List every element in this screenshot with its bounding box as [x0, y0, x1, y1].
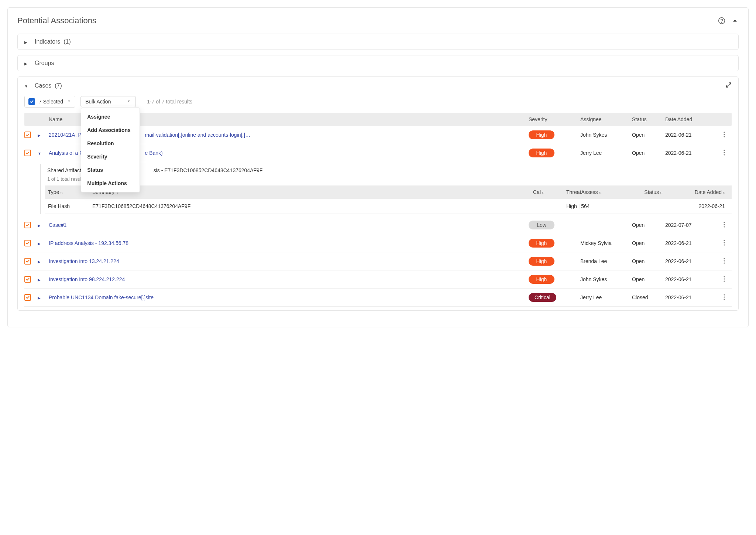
row-expand-caret[interactable]	[38, 132, 41, 138]
row-more-icon[interactable]	[724, 240, 725, 247]
bulk-menu-add-associations[interactable]: Add Associations	[81, 123, 140, 137]
row-expand-caret[interactable]	[38, 240, 41, 246]
shared-artifacts-subtext: 1 of 1 total result	[45, 174, 732, 185]
row-checkbox[interactable]	[24, 132, 31, 138]
nested-header-summary[interactable]: Summary↑↓	[92, 189, 533, 195]
svg-point-11	[724, 240, 725, 241]
severity-pill: High	[529, 149, 554, 157]
case-name-link[interactable]: e Bank)	[145, 150, 163, 156]
collapse-panel-icon[interactable]	[731, 17, 739, 24]
shared-artifacts-header: Type↑↓Summary↑↓Cal↑↓ThreatAssess↑↓Status…	[45, 185, 732, 199]
bulk-menu-resolution[interactable]: Resolution	[81, 137, 140, 150]
severity-pill: High	[529, 130, 554, 139]
case-name-link[interactable]: Investigation into 13.24.21.224	[49, 258, 119, 264]
bulk-menu-assignee[interactable]: Assignee	[81, 110, 140, 123]
chevron-down-icon	[127, 99, 131, 105]
indicators-label-text: Indicators	[35, 38, 60, 45]
row-expand-caret[interactable]	[38, 150, 41, 156]
row-more-icon[interactable]	[724, 294, 725, 301]
svg-point-13	[724, 244, 725, 245]
row-checkbox[interactable]	[24, 240, 31, 246]
cases-header[interactable]: Cases (7)	[24, 82, 62, 89]
row-more-icon[interactable]	[724, 150, 725, 157]
assignee-cell: Brenda Lee	[580, 258, 632, 264]
cases-header-row: Cases (7)	[24, 82, 732, 89]
date-cell: 2022-07-07	[665, 222, 717, 228]
svg-point-19	[724, 280, 725, 282]
indicators-section: Indicators (1)	[17, 34, 739, 50]
help-icon[interactable]	[718, 17, 725, 24]
row-expand-caret[interactable]	[38, 276, 41, 282]
assignee-cell: John Sykes	[580, 276, 632, 282]
bulk-menu-multiple-actions[interactable]: Multiple Actions	[81, 177, 140, 190]
assignee-cell: Jerry Lee	[580, 150, 632, 156]
case-name-link[interactable]: Case#1	[49, 222, 66, 228]
table-row: Case#1LowOpen2022-07-07	[24, 216, 732, 234]
row-more-icon[interactable]	[724, 276, 725, 283]
svg-point-4	[724, 136, 725, 137]
date-cell: 2022-06-21	[665, 258, 717, 264]
row-checkbox[interactable]	[24, 258, 31, 265]
status-cell: Open	[632, 276, 665, 282]
header-severity[interactable]: Severity	[529, 116, 580, 122]
svg-point-5	[724, 150, 725, 151]
nested-header-status[interactable]: Status↑↓	[633, 189, 670, 195]
caret-right-icon	[24, 38, 28, 45]
severity-pill: High	[529, 239, 554, 248]
row-expand-caret[interactable]	[38, 222, 41, 228]
case-name-link[interactable]: Probable UNC1134 Domain fake-secure[.]si…	[49, 294, 154, 300]
status-cell: Closed	[632, 294, 665, 300]
table-row: IP address Analysis - 192.34.56.78HighMi…	[24, 234, 732, 252]
svg-point-14	[724, 258, 725, 259]
shared-artifact-row: File HashE71F3DC106852CD4648C41376204AF9…	[45, 199, 732, 214]
selected-count-dropdown[interactable]: 7 Selected	[24, 96, 75, 108]
svg-point-7	[724, 154, 725, 155]
row-checkbox[interactable]	[24, 222, 31, 228]
case-name-link[interactable]: IP address Analysis - 192.34.56.78	[49, 240, 128, 246]
status-cell: Open	[632, 258, 665, 264]
nested-status-cell	[633, 203, 670, 209]
potential-associations-panel: Potential Associations Indicators (1) Gr…	[7, 7, 749, 327]
caret-right-icon	[24, 60, 28, 67]
row-checkbox[interactable]	[24, 294, 31, 301]
header-status[interactable]: Status	[632, 116, 665, 122]
header-assignee[interactable]: Assignee	[580, 116, 632, 122]
case-name-link[interactable]: mail-validation[.]online and accounts-lo…	[145, 132, 251, 138]
severity-pill: Critical	[529, 293, 556, 302]
bulk-menu-severity[interactable]: Severity	[81, 150, 140, 163]
svg-point-16	[724, 262, 725, 263]
row-expand-caret[interactable]	[38, 258, 41, 264]
date-cell: 2022-06-21	[665, 150, 717, 156]
panel-title: Potential Associations	[17, 16, 96, 25]
assignee-cell: Mickey Sylvia	[580, 240, 632, 246]
groups-header[interactable]: Groups	[24, 60, 732, 67]
select-all-checkbox[interactable]	[28, 98, 35, 105]
results-count-text: 1-7 of 7 total results	[147, 99, 192, 105]
case-name-link[interactable]: Investigation into 98.224.212.224	[49, 276, 125, 282]
row-expand-caret[interactable]	[38, 294, 41, 300]
row-more-icon[interactable]	[724, 258, 725, 265]
row-checkbox[interactable]	[24, 276, 31, 283]
bulk-action-menu: Assignee Add Associations Resolution Sev…	[81, 108, 140, 192]
row-more-icon[interactable]	[724, 222, 725, 229]
status-cell: Open	[632, 150, 665, 156]
nested-header-threatassess[interactable]: ThreatAssess↑↓	[566, 189, 633, 195]
nested-cal-cell	[533, 203, 566, 209]
cases-label-text: Cases	[35, 82, 51, 89]
bulk-menu-status[interactable]: Status	[81, 163, 140, 177]
cases-toolbar: 7 Selected Bulk Action Assignee Add Asso…	[24, 96, 732, 108]
svg-point-8	[724, 222, 725, 223]
nested-header-cal[interactable]: Cal↑↓	[533, 189, 566, 195]
row-checkbox[interactable]	[24, 150, 31, 156]
nested-header-date[interactable]: Date Added↑↓	[670, 189, 729, 195]
row-more-icon[interactable]	[724, 132, 725, 139]
assignee-cell: Jerry Lee	[580, 294, 632, 300]
indicators-label: Indicators (1)	[35, 38, 71, 45]
fullscreen-icon[interactable]	[726, 82, 732, 89]
header-date[interactable]: Date Added	[665, 116, 717, 122]
caret-down-icon	[24, 82, 28, 89]
bulk-action-dropdown[interactable]: Bulk Action Assignee Add Associations Re…	[80, 96, 136, 107]
status-cell: Open	[632, 222, 665, 228]
indicators-header[interactable]: Indicators (1)	[24, 38, 732, 45]
date-cell: 2022-06-21	[665, 294, 717, 300]
